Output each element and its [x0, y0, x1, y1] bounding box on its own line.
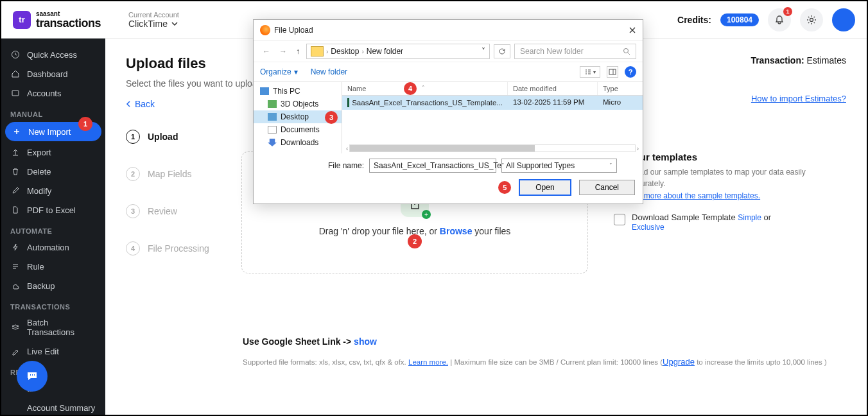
chat-button[interactable] — [17, 361, 48, 392]
svg-rect-4 — [609, 69, 616, 74]
tree-documents[interactable]: Documents — [254, 123, 342, 136]
doc-icon — [10, 403, 21, 413]
upgrade-link[interactable]: Upgrade — [663, 357, 695, 367]
nav-up-button[interactable]: ↑ — [293, 46, 302, 57]
open-button[interactable]: Open — [519, 179, 571, 196]
refresh-button[interactable] — [494, 44, 510, 58]
filetype-select[interactable]: All Supported Types˅ — [501, 159, 617, 173]
learn-more-link[interactable]: Learn more. — [408, 358, 448, 366]
preview-icon — [609, 68, 616, 76]
annotation-badge-3: 3 — [325, 111, 338, 124]
sidebar-item-modify[interactable]: Modify — [1, 181, 105, 200]
credits-value[interactable]: 100804 — [720, 13, 759, 26]
notifications-button[interactable]: 1 — [768, 8, 791, 31]
breadcrumb[interactable]: › Desktop › New folder ˅ — [306, 44, 490, 59]
col-type[interactable]: Type — [598, 82, 630, 95]
step-list: 1Upload 2Map Fields 3Review 4File Proces… — [126, 130, 216, 279]
sidebar-header-transactions: TRANSACTIONS — [1, 295, 105, 313]
sidebar-item-account-summary[interactable]: Account Summary — [1, 398, 105, 415]
svg-point-0 — [810, 18, 813, 21]
caret-down-icon: ▾ — [593, 69, 596, 75]
settings-button[interactable] — [800, 8, 823, 31]
rule-icon — [10, 261, 21, 272]
sidebar-item-live-edit[interactable]: Live Edit — [1, 342, 105, 361]
step-upload[interactable]: 1Upload — [126, 130, 216, 144]
sidebar-item-automation[interactable]: Automation — [1, 238, 105, 257]
logo-square: tr — [13, 11, 31, 29]
templates-desc: Download our sample templates to map you… — [614, 166, 813, 189]
file-row[interactable]: SaasAnt_Excel_Transactions_US_Template..… — [342, 96, 643, 110]
gear-icon — [806, 15, 817, 25]
step-review[interactable]: 3Review — [126, 204, 216, 218]
sidebar-item-pdf-to-excel[interactable]: PDF to Excel — [1, 200, 105, 220]
firefox-icon — [260, 25, 270, 35]
sidebar-header-automate: AUTOMATE — [1, 220, 105, 238]
search-icon — [623, 48, 630, 55]
back-link[interactable]: Back — [126, 99, 155, 109]
browse-link[interactable]: Browse — [440, 226, 473, 236]
sidebar-item-delete[interactable]: Delete — [1, 162, 105, 181]
search-input[interactable]: Search New folder — [514, 44, 636, 59]
annotation-badge-2: 2 — [408, 234, 422, 248]
col-date[interactable]: Date modified — [508, 82, 598, 95]
plus-icon — [12, 126, 22, 137]
cancel-button[interactable]: Cancel — [579, 180, 635, 195]
new-folder-button[interactable]: New folder — [311, 67, 347, 76]
dialog-title: File Upload — [274, 26, 313, 35]
svg-point-3 — [624, 49, 629, 53]
download-template-text: Download Sample Template Simple or Exclu… — [632, 212, 771, 232]
avatar[interactable] — [832, 8, 855, 31]
folder-tree: This PC 3D Objects Desktop 3 Documents D… — [254, 82, 342, 153]
step-map-fields[interactable]: 2Map Fields — [126, 167, 216, 181]
upload-icon — [10, 147, 21, 157]
close-button[interactable] — [629, 26, 636, 34]
tree-downloads[interactable]: Downloads — [254, 136, 342, 149]
sidebar-item-quick-access[interactable]: Quick Access — [1, 45, 105, 64]
credits-label: Credits: — [677, 15, 711, 25]
help-link[interactable]: How to import Estimates? — [751, 94, 846, 103]
google-sheet-row: Use Google Sheet Link -> show — [243, 336, 846, 347]
pc-icon — [260, 87, 269, 95]
formats-text: Supported file formats: xls, xlsx, csv, … — [243, 357, 846, 367]
horizontal-scrollbar[interactable]: ‹ › — [346, 144, 639, 152]
template-exclusive-link[interactable]: Exclusive — [632, 223, 664, 232]
tree-desktop[interactable]: Desktop 3 — [254, 110, 342, 123]
preview-pane-button[interactable] — [607, 66, 618, 78]
sidebar-item-batch[interactable]: Batch Transactions — [1, 313, 105, 342]
caret-down-icon: ˅ — [609, 162, 612, 169]
step-file-processing[interactable]: 4File Processing — [126, 241, 216, 256]
tree-3d-objects[interactable]: 3D Objects — [254, 98, 342, 110]
bell-icon — [774, 15, 785, 25]
account-selector[interactable]: Current Account ClickTime — [128, 11, 179, 29]
nav-back-button[interactable]: ← — [260, 46, 273, 57]
trash-icon — [10, 166, 21, 177]
sidebar-item-dashboard[interactable]: Dashboard — [1, 64, 105, 83]
tree-this-pc[interactable]: This PC — [254, 85, 342, 98]
documents-icon — [268, 126, 277, 134]
file-list: Name 4 ˄ Date modified Type SaasAnt_Exce… — [342, 82, 643, 153]
folder-icon — [311, 46, 324, 56]
close-icon — [629, 26, 636, 34]
sidebar-item-accounts[interactable]: Accounts — [1, 83, 105, 103]
transaction-label: Transaction: Estimates — [751, 55, 846, 65]
excel-icon — [347, 98, 349, 107]
filename-input[interactable]: SaasAnt_Excel_Transactions_US_Te˅ — [369, 159, 496, 173]
cloud-icon — [10, 281, 21, 291]
view-options-button[interactable]: ▾ — [580, 66, 600, 78]
sidebar-item-backup[interactable]: Backup — [1, 276, 105, 295]
sidebar: Quick Access Dashboard Accounts MANUAL N… — [1, 39, 105, 415]
clock-icon — [10, 49, 21, 60]
wallet-icon — [10, 88, 21, 98]
template-simple-link[interactable]: Simple — [738, 213, 761, 222]
gsheet-show-link[interactable]: show — [354, 336, 377, 347]
col-name[interactable]: Name 4 ˄ — [342, 82, 508, 95]
layers-icon — [10, 322, 21, 333]
organize-button[interactable]: Organize ▾ — [260, 67, 298, 76]
chevron-down-icon — [171, 22, 178, 26]
logo[interactable]: tr saasant transactions — [13, 11, 116, 29]
sidebar-item-rule[interactable]: Rule — [1, 257, 105, 276]
sidebar-item-reports-1[interactable]: ts — [1, 379, 105, 398]
nav-forward-button[interactable]: → — [277, 46, 290, 57]
sidebar-item-export[interactable]: Export — [1, 143, 105, 162]
help-button[interactable]: ? — [625, 66, 636, 78]
